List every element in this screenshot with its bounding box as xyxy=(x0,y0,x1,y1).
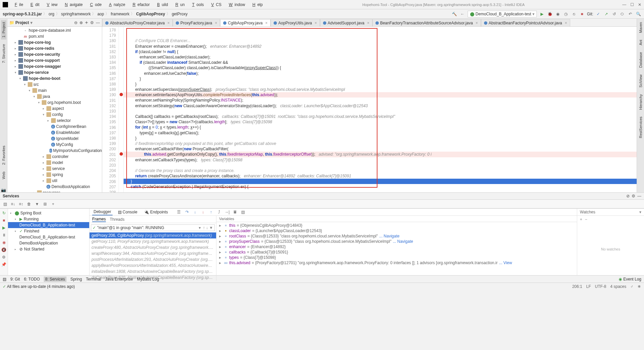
remove-watch-icon[interactable]: − xyxy=(585,217,587,222)
ant-tool-tab[interactable]: Ant xyxy=(638,38,643,47)
tree-node[interactable]: ▸aspect xyxy=(7,106,102,112)
tree-node[interactable]: ▾src xyxy=(7,81,102,88)
stack-frame[interactable]: wrapIfNecessary:344, AbstractAutoProxyCr… xyxy=(90,250,216,256)
event-log[interactable]: ◉ Event Log xyxy=(619,277,641,282)
menu-refactor[interactable]: Refactor xyxy=(129,2,152,8)
maven-tool-tab[interactable]: Maven xyxy=(638,20,643,35)
force-step-icon[interactable]: ↓ xyxy=(200,209,206,215)
breakpoint-icon[interactable] xyxy=(120,93,123,96)
tree-node[interactable]: ▸hope-core-support xyxy=(7,57,102,63)
editor-tab[interactable]: BeanFactoryTransactionAttributeSourceAdv… xyxy=(372,19,481,26)
tree-node[interactable]: CMyConfig xyxy=(7,142,102,148)
status-item[interactable]: UTF-8 xyxy=(595,284,606,289)
spring-boot-node[interactable]: ▾⬤Spring Boot xyxy=(8,210,89,216)
console-tab[interactable]: ▤ Console xyxy=(117,209,139,215)
breadcrumb-item[interactable]: CglibAopProxy xyxy=(136,12,165,16)
drop-frame-icon[interactable]: ⤴ xyxy=(216,209,222,215)
tree-node[interactable]: ▾config xyxy=(7,112,102,118)
rest-tool-tab[interactable]: RestServices xyxy=(638,115,643,140)
hide-icon[interactable]: — xyxy=(637,194,641,198)
tree-node[interactable]: ▸spring xyxy=(7,172,102,178)
hierarchy-tool-tab[interactable]: Hierarchy xyxy=(638,92,643,112)
step-into-icon[interactable]: ↓ xyxy=(192,209,198,215)
tree-node[interactable]: ▾hope-service xyxy=(7,69,102,75)
stack-frame[interactable]: getProxy:110, ProxyFactory (org.springfr… xyxy=(90,238,216,244)
variable-row[interactable]: ▸≡ types = {Class[7]@15098} xyxy=(216,255,577,260)
variable-row[interactable]: ▸≡ callbacks = {Callback[7]@15091} xyxy=(216,249,577,255)
coverage-icon[interactable]: ◉ xyxy=(555,11,561,17)
tree-node[interactable]: ▸hope-core-redis xyxy=(7,45,102,51)
menu-vcs[interactable]: VCS xyxy=(207,2,223,8)
web-tool-tab[interactable]: Web xyxy=(1,170,6,181)
tree-node[interactable]: ▾org.hopehomi.boot xyxy=(7,100,102,106)
bottom-tab[interactable]: 9: Git xyxy=(10,277,20,282)
close-icon[interactable]: ✕ xyxy=(638,2,641,7)
filter2-icon[interactable]: ▼ xyxy=(34,201,40,207)
step-over-icon[interactable]: ↷ xyxy=(184,209,190,215)
tree-node[interactable]: ▸controller xyxy=(7,154,102,160)
pause-icon[interactable]: ⏸ xyxy=(1,232,7,238)
stack-frame[interactable]: applyBeanPostProcessorsAfterInitializati… xyxy=(90,262,216,269)
attach-icon[interactable]: ⎋ xyxy=(571,11,577,17)
editor-tab[interactable]: CglibAopProxy.java× xyxy=(220,19,271,27)
services-tree[interactable]: ▾⬤Spring Boot ▾▶Running DemoCloud_B_Appl… xyxy=(8,209,90,275)
tree-node[interactable]: ▸resources xyxy=(7,190,102,192)
tree-node[interactable]: ▸selector xyxy=(7,118,102,124)
resume-icon[interactable]: ▶ xyxy=(1,225,7,231)
tool-windows-icon[interactable]: ▤ xyxy=(3,277,6,282)
breadcrumb-item[interactable]: spring-aop-5.3.21.jar xyxy=(3,12,42,16)
trace-icon[interactable]: ▤ xyxy=(240,209,246,215)
run-icon[interactable]: ▶ xyxy=(539,11,545,17)
vcs-rollback-icon[interactable]: ↶ xyxy=(627,11,633,17)
editor-tab[interactable]: AopProxyUtils.java× xyxy=(271,19,320,26)
editor-tab[interactable]: AdvisedSupport.java× xyxy=(320,19,372,26)
breakpoint-icon[interactable] xyxy=(120,152,123,156)
stack-frame[interactable]: getProxy:206, CglibAopProxy (org.springf… xyxy=(90,232,216,238)
stack-frame[interactable]: postProcessAfterInitialization:293, Abst… xyxy=(90,256,216,262)
vcs-commit-icon[interactable]: ↗ xyxy=(603,11,609,17)
tree-node[interactable]: ▸hope-core-swagger xyxy=(7,63,102,69)
sciview-tool-tab[interactable]: SciView xyxy=(638,72,643,90)
breadcrumb-item[interactable]: aop xyxy=(97,12,104,16)
menu-edit[interactable]: Edit xyxy=(26,2,41,8)
bottom-tab[interactable]: 8: Services xyxy=(44,277,66,282)
menu-tools[interactable]: Tools xyxy=(188,2,206,8)
breadcrumb-item[interactable]: getProxy xyxy=(172,12,187,16)
status-item[interactable]: ⛯ xyxy=(637,284,641,289)
code-editor[interactable]: 178 179 180 181 182 183 184 185 186 187 … xyxy=(102,27,637,192)
build-icon[interactable]: 🔨 xyxy=(452,11,458,17)
evaluate-icon[interactable]: 🖩 xyxy=(232,209,238,215)
plus-icon[interactable]: + xyxy=(50,201,56,207)
add-icon[interactable]: ▤ xyxy=(2,201,8,207)
menu-navigate[interactable]: Navigate xyxy=(61,2,85,8)
variable-row[interactable]: ▸≡ proxySuperClass = {Class@12533} "clas… xyxy=(216,239,577,244)
running-app[interactable]: DemoCloud_B_Application-test xyxy=(8,222,89,228)
not-started-node[interactable]: ▸⊘Not Started xyxy=(8,246,89,252)
tree-node[interactable]: CDemoBootApplication xyxy=(7,184,102,190)
threads-icon[interactable]: ☰ xyxy=(176,209,182,215)
menu-build[interactable]: Build xyxy=(153,2,170,8)
finished-app[interactable]: DemoBootApplication xyxy=(8,240,89,246)
status-item[interactable]: ♂ xyxy=(630,284,633,289)
running-node[interactable]: ▾▶Running xyxy=(8,216,89,222)
favorites-tool-tab[interactable]: 2: Favorites xyxy=(1,144,6,167)
vcs-history-icon[interactable]: ⏲ xyxy=(619,11,625,17)
stack-frame[interactable]: initializeBean:1808, AbstractAutowireCap… xyxy=(90,269,216,275)
menu-window[interactable]: Window xyxy=(225,2,247,8)
finished-app[interactable]: DemoCloud_B_Application-test xyxy=(8,234,89,240)
mute-bp-icon[interactable]: 🔇 xyxy=(1,247,7,253)
tree-node[interactable]: CMyImportAutoConfiguration xyxy=(7,148,102,154)
tree-node[interactable]: ▸util xyxy=(7,178,102,184)
tree-node[interactable]: ▾java xyxy=(7,94,102,100)
debugger-tab[interactable]: Debugger xyxy=(92,209,113,215)
menu-analyze[interactable]: Analyze xyxy=(105,2,127,8)
debug-icon[interactable]: 🐞 xyxy=(547,11,553,17)
status-item[interactable]: 4 spaces xyxy=(610,284,626,289)
bottom-tab[interactable]: 6: TODO xyxy=(24,277,40,282)
menu-view[interactable]: View xyxy=(43,2,59,8)
thread-selector[interactable]: ✓"main"@1 in group "main": RUNNING ▾ ↑ ↓… xyxy=(91,224,215,231)
database-tool-tab[interactable]: Database xyxy=(638,50,643,70)
variable-row[interactable]: ▸≡ this = {ObjenesisCglibAopProxy@14843} xyxy=(216,223,577,228)
gear-icon[interactable]: ⚙ xyxy=(632,194,635,198)
tree-node[interactable]: ▸hope-core-security xyxy=(7,51,102,57)
